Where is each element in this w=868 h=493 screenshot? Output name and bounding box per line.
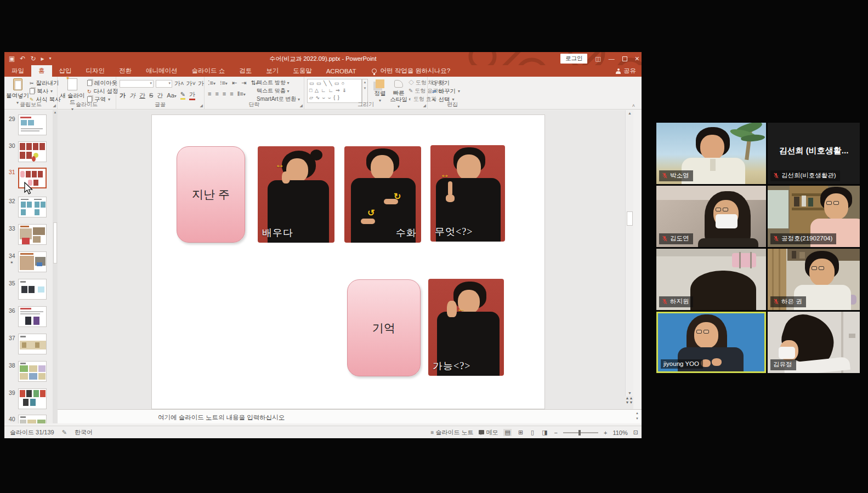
font-name-combobox[interactable] [120, 80, 154, 88]
copy-button[interactable]: 복사▾ [30, 87, 60, 95]
cut-button[interactable]: ✂잘라내기 [30, 79, 60, 87]
tab-file[interactable]: 파일 [4, 65, 31, 77]
thumbnail-preview [18, 415, 47, 423]
grow-font-button[interactable]: 가˄ [174, 79, 184, 88]
slide-sorter-view-button[interactable]: ⊞ [517, 429, 524, 436]
scroll-up-icon[interactable]: ▲ [53, 111, 58, 114]
minimize-button[interactable]: — [609, 56, 615, 62]
fit-to-window-button[interactable]: ⊡ [633, 429, 638, 436]
slideshow-view-button[interactable]: ◨ [541, 429, 548, 436]
clear-format-button[interactable]: 가 [198, 79, 204, 88]
align-right-button[interactable]: ≡ [223, 90, 226, 97]
slide-number: 40 [9, 416, 15, 422]
italic-button[interactable]: 가 [129, 91, 135, 100]
numbering-button[interactable]: ⁝≡▾ [220, 79, 228, 87]
slide-number: 29 [9, 116, 15, 122]
participant-video-5[interactable]: 하지원 [656, 249, 766, 310]
char-spacing-button[interactable]: 간 [157, 91, 163, 100]
participant-video-2[interactable]: 김선희 (비호생활... 김선희(비호생활관) [768, 123, 860, 184]
align-center-button[interactable]: ≡ [215, 90, 218, 97]
reading-view-button[interactable]: ▯ [530, 429, 535, 436]
font-color-button[interactable]: 가 [189, 90, 195, 100]
replace-button[interactable]: ⇄바꾸기▾ [432, 87, 460, 95]
zoom-slider-thumb[interactable] [578, 430, 581, 435]
participant-video-3[interactable]: 김도연 [656, 186, 766, 247]
shrink-font-button[interactable]: 가˅ [186, 79, 195, 88]
tab-acrobat[interactable]: ACROBAT [319, 65, 364, 77]
bullets-button[interactable]: ⁚≡▾ [208, 79, 215, 87]
zoom-out-button[interactable]: − [554, 429, 558, 436]
thumbnail-scrollbar[interactable]: ▲ [53, 110, 58, 423]
participant-video-6[interactable]: 하은 권 [768, 249, 860, 310]
slide-scrollbar[interactable]: ▲ ▼ [625, 110, 633, 396]
drawing-dialog-launcher[interactable]: ◢ [423, 104, 426, 108]
change-case-button[interactable]: Aa▾ [167, 92, 176, 99]
highlight-color-button[interactable]: ✎ [180, 91, 185, 100]
maximize-button[interactable] [622, 56, 627, 61]
notes-pane[interactable]: 여기에 슬라이드 노트의 내용을 입력하십시오 ▲▼ [58, 409, 642, 423]
sign-photo-learn[interactable]: ↔ 배우다 [258, 146, 334, 243]
zoom-in-button[interactable]: + [604, 429, 607, 436]
align-left-button[interactable]: ≡ [208, 90, 211, 97]
increase-indent-button[interactable]: ⇥ [241, 79, 246, 87]
align-text-button[interactable]: 텍스트 맞춤 ▾ [257, 87, 300, 95]
collapse-ribbon-button[interactable]: ˄ [632, 103, 635, 108]
login-button[interactable]: 로그인 [560, 54, 588, 64]
zoom-slider[interactable] [563, 432, 598, 433]
tab-design[interactable]: 디자인 [79, 65, 112, 77]
tell-me-box[interactable]: 어떤 작업을 원하시나요? [372, 65, 450, 77]
scrollbar-thumb[interactable] [53, 222, 57, 263]
tab-help[interactable]: 도움말 [286, 65, 319, 77]
clipboard-dialog-launcher[interactable]: ◢ [53, 104, 56, 108]
slide-number: 30 [9, 142, 15, 149]
group-label-font: 글꼴 [116, 101, 204, 108]
share-button[interactable]: 공유 [616, 65, 636, 77]
text-direction-button[interactable]: 텍스트 방향 ▾ [257, 78, 300, 87]
memo-icon [479, 430, 484, 434]
comments-toggle-button[interactable]: 메모 [479, 428, 498, 437]
sign-photo-sign-language[interactable]: ↻ ↺ 수화 [344, 146, 421, 243]
language-indicator[interactable]: 한국어 [75, 428, 93, 437]
text-card-memory[interactable]: 기억 [347, 279, 421, 376]
underline-button[interactable]: 간 [139, 91, 145, 100]
participant-video-8[interactable]: 김유정 [768, 312, 860, 373]
zoom-level[interactable]: 110% [612, 429, 627, 436]
prev-next-slide-buttons[interactable]: ▲▲▼▼ [625, 396, 633, 409]
title-bar: ▣ ↶ ↻ ▸ ▾ 수어(비교과 2022.09).pptx - PowerPo… [4, 52, 642, 65]
find-button[interactable]: 찾기 [432, 79, 460, 87]
tab-insert[interactable]: 삽입 [52, 65, 79, 77]
ribbon-display-options-icon[interactable]: ◫ [595, 56, 600, 62]
shape-gallery-scroll[interactable]: ▲▼ [362, 79, 368, 103]
paragraph-dialog-launcher[interactable]: ◢ [300, 104, 303, 108]
arrange-button[interactable]: 정렬▾ [371, 78, 389, 103]
scrollbar-thumb[interactable] [627, 211, 633, 226]
scroll-up-icon[interactable]: ▲ [626, 111, 634, 115]
tab-review[interactable]: 검토 [232, 65, 259, 77]
decrease-indent-button[interactable]: ⇤ [232, 79, 237, 87]
close-button[interactable]: × [635, 55, 639, 62]
font-size-combobox[interactable] [156, 80, 172, 88]
normal-view-button[interactable]: ▤ [503, 429, 511, 436]
justify-button[interactable]: ≡ [230, 90, 233, 97]
sign-photo-what[interactable]: ↔ 무엇<?> [430, 145, 505, 242]
shadow-button[interactable]: S [149, 92, 153, 99]
participant-video-7-active-speaker[interactable]: jiyoung YOO [656, 312, 766, 373]
bold-button[interactable]: 가 [120, 91, 126, 100]
tab-slideshow[interactable]: 슬라이드 쇼 [185, 65, 232, 77]
participant-video-4[interactable]: 공정호(21902704) [768, 186, 860, 247]
sign-photo-possible[interactable]: ← 가능<?> [428, 279, 504, 376]
tab-transitions[interactable]: 전환 [112, 65, 139, 77]
tab-animations[interactable]: 애니메이션 [139, 65, 185, 77]
scroll-down-icon[interactable]: ▼ [626, 391, 634, 395]
proofing-icon[interactable]: ✎ [62, 429, 67, 436]
text-card-last-week[interactable]: 지난 주 [177, 146, 245, 243]
font-dialog-launcher[interactable]: ◢ [200, 104, 203, 108]
participant-video-1[interactable]: 박소영 [656, 123, 766, 184]
notes-scroll-buttons[interactable]: ▲▼ [634, 411, 640, 421]
notes-toggle-button[interactable]: ≡슬라이드 노트 [431, 428, 474, 437]
tab-home[interactable]: 홈 [31, 65, 52, 77]
slide-number: 37 [9, 335, 15, 341]
tab-view[interactable]: 보기 [259, 65, 286, 77]
shape-gallery[interactable]: ▭ ▭ ╲ ╲ ▭ ○ □ △ ∟ ∟ ⇒ ⇓ ▱ ∿ ⌣ ⌣ { } [307, 79, 362, 103]
columns-button[interactable]: ‖≡▾ [237, 90, 246, 97]
